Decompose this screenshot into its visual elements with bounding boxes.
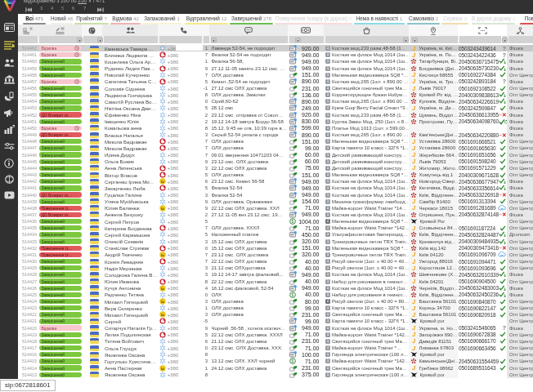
svg-text:$: $	[292, 292, 294, 297]
svg-text:ID: ID	[23, 27, 27, 32]
svg-text:$: $	[292, 359, 294, 363]
svg-text:$: $	[292, 219, 294, 224]
